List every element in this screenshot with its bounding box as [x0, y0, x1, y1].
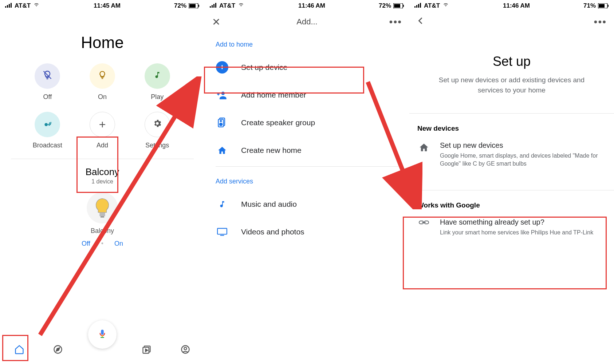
- screen-setup: AT&T 11:46 AM 71% ••• Set up Set up new …: [409, 0, 614, 364]
- svg-rect-41: [420, 3, 421, 8]
- svg-rect-2: [9, 4, 10, 8]
- divider: [216, 166, 398, 167]
- svg-point-27: [221, 92, 225, 95]
- plus-circle-icon: +: [216, 61, 229, 74]
- action-play[interactable]: Play: [131, 63, 183, 101]
- item-music[interactable]: Music and audio: [205, 190, 409, 218]
- divider: [11, 159, 194, 159]
- svg-point-19: [184, 347, 187, 350]
- nav-discover-icon[interactable]: [53, 344, 63, 356]
- nav-home-icon[interactable]: [14, 344, 24, 356]
- room-device-count: 1 device: [0, 178, 205, 185]
- item-add-member[interactable]: Add home member: [205, 81, 409, 109]
- status-bar: AT&T 11:46 AM 71%: [409, 0, 614, 12]
- section-new-devices: New devices: [409, 113, 614, 135]
- signal-icon: [210, 2, 217, 9]
- action-add-label: Add: [97, 142, 108, 149]
- status-bar: AT&T 11:45 AM 72%: [0, 0, 205, 12]
- nav-account-icon[interactable]: [180, 344, 190, 356]
- music-note-icon: [153, 71, 161, 81]
- more-icon[interactable]: •••: [389, 16, 402, 28]
- svg-rect-44: [608, 5, 609, 7]
- action-on[interactable]: On: [77, 63, 128, 101]
- action-add[interactable]: + Add: [77, 112, 128, 149]
- svg-rect-23: [215, 3, 216, 8]
- link-icon: [417, 218, 430, 237]
- action-off[interactable]: Off: [22, 63, 73, 101]
- svg-point-35: [220, 120, 222, 122]
- home-outline-icon: [417, 141, 430, 168]
- item-label: Videos and photos: [241, 228, 304, 236]
- item-label: Add home member: [241, 91, 306, 99]
- battery-icon: [393, 3, 404, 8]
- svg-rect-43: [599, 4, 605, 8]
- device-off-button[interactable]: Off: [82, 240, 90, 248]
- tv-icon: [216, 228, 229, 236]
- battery-icon: [598, 3, 609, 8]
- svg-point-34: [220, 123, 222, 126]
- more-icon[interactable]: •••: [594, 16, 607, 28]
- item-already-setup[interactable]: Have something already set up? Link your…: [409, 212, 614, 244]
- item-create-home[interactable]: Create new home: [205, 136, 409, 164]
- home-icon: [216, 146, 229, 155]
- close-icon[interactable]: ✕: [212, 16, 220, 28]
- item-setup-device[interactable]: + Set up device: [205, 54, 409, 81]
- device-bulb-icon: [87, 192, 118, 223]
- item-label: Music and audio: [241, 200, 297, 209]
- person-add-icon: [216, 91, 229, 99]
- carrier-label: AT&T: [219, 2, 235, 9]
- item-label: Create speaker group: [241, 118, 315, 127]
- svg-rect-20: [210, 6, 211, 8]
- header-title: Add...: [234, 17, 380, 27]
- svg-rect-10: [101, 216, 104, 218]
- action-settings-label: Settings: [145, 142, 169, 149]
- svg-rect-26: [403, 5, 404, 7]
- svg-rect-25: [394, 4, 400, 8]
- item-subtitle: Google Home, smart displays, and devices…: [440, 152, 606, 168]
- svg-rect-9: [99, 213, 105, 216]
- wifi-icon: [237, 2, 245, 9]
- lightbulb-on-icon: [98, 70, 107, 82]
- item-title: Set up new devices: [440, 141, 606, 150]
- clock-label: 11:45 AM: [40, 2, 174, 9]
- item-title: Have something already set up?: [440, 218, 606, 226]
- setup-subtitle: Set up new devices or add existing devic…: [409, 69, 614, 95]
- svg-rect-5: [189, 4, 196, 8]
- carrier-label: AT&T: [424, 2, 440, 9]
- action-broadcast[interactable]: Broadcast: [22, 112, 73, 149]
- page-title: Home: [0, 33, 205, 52]
- action-off-label: Off: [43, 93, 52, 101]
- room-header: Balcony 1 device: [0, 166, 205, 185]
- item-setup-new-devices[interactable]: Set up new devices Google Home, smart di…: [409, 135, 614, 175]
- setup-title: Set up: [409, 54, 614, 69]
- item-videos[interactable]: Videos and photos: [205, 218, 409, 246]
- svg-rect-6: [198, 5, 199, 7]
- device-on-button[interactable]: On: [114, 240, 123, 248]
- broadcast-icon: [43, 119, 52, 130]
- action-play-label: Play: [151, 93, 164, 101]
- battery-pct: 71%: [583, 2, 596, 9]
- item-speaker-group[interactable]: Create speaker group: [205, 109, 409, 136]
- screen-add: AT&T 11:46 AM 72% ✕ Add... ••• Add to ho…: [205, 0, 409, 364]
- svg-rect-0: [5, 6, 6, 8]
- device-name: Balcony: [91, 227, 114, 235]
- svg-rect-40: [418, 4, 419, 8]
- battery-pct: 72%: [174, 2, 186, 9]
- nav-media-icon[interactable]: [142, 344, 152, 356]
- action-settings[interactable]: Settings: [131, 112, 183, 149]
- bottom-nav: [0, 336, 205, 364]
- action-broadcast-label: Broadcast: [33, 142, 62, 149]
- section-add-to-home: Add to home: [205, 32, 409, 54]
- svg-rect-39: [416, 5, 417, 8]
- screen-home: AT&T 11:45 AM 72% Home Off On Play: [0, 0, 205, 364]
- device-tile[interactable]: Balcony Off • On: [75, 192, 130, 248]
- svg-rect-22: [213, 4, 214, 8]
- svg-point-8: [45, 123, 48, 126]
- status-bar: AT&T 11:46 AM 72%: [205, 0, 409, 12]
- battery-icon: [189, 3, 200, 8]
- back-icon[interactable]: [417, 17, 425, 27]
- carrier-label: AT&T: [15, 2, 31, 9]
- svg-rect-36: [217, 228, 227, 234]
- wifi-icon: [33, 2, 40, 9]
- room-name: Balcony: [0, 166, 205, 178]
